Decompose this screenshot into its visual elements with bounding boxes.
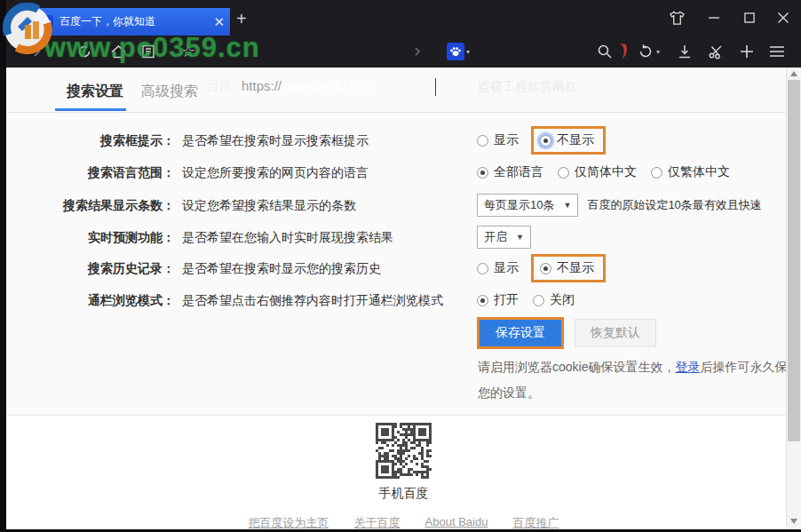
radio-label: 不显示	[557, 260, 594, 276]
results-hint-text: 百度的原始设定10条最有效且快速	[587, 197, 761, 213]
scissors-clip-icon[interactable]	[708, 44, 724, 60]
tab-title: 百度一下，你就知道	[59, 14, 207, 29]
radio-option-hide[interactable]: 不显示	[540, 132, 594, 148]
setting-label: 实时预测功能：	[6, 230, 175, 246]
radio-label: 仅繁体中文	[668, 164, 730, 180]
page-content: 搜索设置 高级搜索 搜索框提示： 是否希望在搜索时显示搜索框提示 显示 不显示 …	[6, 67, 801, 529]
vertical-scrollbar[interactable]	[786, 67, 801, 529]
radio-label: 全部语言	[494, 164, 543, 180]
radio-option-hide[interactable]: 不显示	[540, 260, 594, 276]
highlight-box: 保存设置	[477, 317, 564, 349]
close-button[interactable]	[772, 7, 795, 28]
address-bar[interactable]: https://www.baidu.com	[242, 78, 375, 93]
radio-icon	[558, 167, 569, 179]
minimize-button[interactable]	[702, 7, 726, 28]
results-per-page-control: 每页显示10条▼ 百度的原始设定10条最有效且快速	[477, 190, 762, 220]
radio-icon-selected	[477, 167, 488, 179]
pc0359-watermark-logo	[2, 3, 53, 54]
toolbar-divider	[435, 78, 436, 96]
radio-icon-selected	[540, 135, 551, 147]
radio-label: 关闭	[550, 292, 575, 308]
setting-label: 搜索历史记录：	[6, 261, 175, 277]
realtime-predict-control: 开启▼	[477, 222, 531, 252]
browser-window: 百度一下，你就知道 ✕ + ☆ 百度 https://	[0, 0, 801, 532]
radio-icon-selected	[540, 263, 551, 274]
results-per-page-select[interactable]: 每页显示10条▼	[477, 194, 578, 217]
resource-sniffer-ribbon-icon[interactable]	[617, 44, 628, 60]
cookie-note: 请启用浏览器cookie确保设置生效，登录后操作可永久保存您的设置。	[478, 354, 801, 406]
action-buttons: 保存设置 恢复默认	[477, 318, 656, 348]
radio-icon-selected	[477, 295, 488, 306]
search-box-hint-options: 显示 不显示	[477, 125, 606, 155]
mobile-baidu-qr-code	[376, 423, 432, 479]
banner-browse-options: 打开 关闭	[477, 285, 575, 315]
setting-description: 是否希望在搜索时显示搜索框提示	[182, 133, 369, 149]
highlight-box: 不显示	[531, 254, 606, 282]
setting-description: 设定您所要搜索的网页内容的语言	[182, 165, 369, 181]
add-plus-icon[interactable]	[740, 44, 754, 60]
setting-description: 设定您希望搜索结果显示的条数	[182, 198, 356, 214]
url-host: www.baidu.com	[282, 78, 375, 93]
radio-icon	[477, 263, 488, 274]
radio-icon	[477, 135, 488, 147]
tabs-divider	[6, 112, 801, 113]
setting-description: 是否希望在搜索时显示您的搜索历史	[182, 261, 381, 277]
tab-advanced-search[interactable]: 高级搜索	[141, 83, 198, 101]
search-history-options: 显示 不显示	[477, 253, 606, 283]
tab-search-settings[interactable]: 搜索设置	[67, 83, 123, 101]
setting-description: 是否希望在您输入时实时展现搜索结果	[182, 230, 393, 246]
scrollbar-thumb[interactable]	[788, 80, 800, 441]
select-value: 开启	[484, 229, 507, 245]
scroll-up-arrow-icon[interactable]	[790, 71, 797, 76]
dropdown-arrow-icon: ▼	[516, 233, 524, 242]
note-text: 请启用浏览器cookie确保设置生效，	[478, 360, 675, 374]
radio-option-all-languages[interactable]: 全部语言	[477, 164, 543, 180]
search-engine-paw-icon[interactable]: ▾	[447, 44, 470, 60]
new-tab-button[interactable]: +	[236, 9, 247, 29]
download-icon[interactable]	[677, 44, 693, 60]
setting-label: 搜索结果显示条数：	[6, 198, 175, 214]
radio-option-traditional[interactable]: 仅繁体中文	[651, 164, 730, 180]
radio-label: 显示	[494, 132, 519, 148]
radio-option-open[interactable]: 打开	[477, 292, 519, 308]
search-box-input[interactable]: 盗窃工程款赏网红	[478, 79, 577, 95]
radio-icon	[533, 295, 544, 306]
title-bar: 百度一下，你就知道 ✕ +	[0, 0, 801, 36]
site-name-label[interactable]: 百度	[206, 78, 233, 95]
setting-label: 搜索语言范围：	[6, 165, 175, 181]
login-link[interactable]: 登录	[675, 360, 700, 374]
tab-close-icon[interactable]: ✕	[213, 15, 225, 28]
radio-option-show[interactable]: 显示	[477, 260, 519, 276]
radio-label: 打开	[494, 292, 519, 308]
scroll-down-arrow-icon[interactable]	[790, 519, 797, 524]
qr-caption: 手机百度	[379, 486, 429, 502]
window-frame-left	[0, 0, 6, 532]
realtime-predict-select[interactable]: 开启▼	[477, 226, 531, 249]
url-scheme: https://	[242, 78, 282, 93]
menu-hamburger-icon[interactable]	[768, 44, 786, 60]
setting-label: 搜索框提示：	[6, 133, 175, 149]
page-footer: 手机百度 把百度设为主页 关于百度 About Baidu 百度推广	[6, 415, 801, 529]
radio-icon	[651, 167, 662, 179]
radio-option-close[interactable]: 关闭	[533, 292, 575, 308]
setting-description: 是否希望点击右侧推荐内容时打开通栏浏览模式	[182, 293, 443, 309]
expand-chevron-icon[interactable]	[412, 44, 423, 60]
highlight-box: 不显示	[531, 126, 606, 155]
setting-label: 通栏浏览模式：	[6, 293, 175, 309]
restore-defaults-button[interactable]: 恢复默认	[575, 319, 656, 347]
search-language-options: 全部语言 仅简体中文 仅繁体中文	[477, 157, 730, 187]
radio-label: 仅简体中文	[575, 164, 637, 180]
radio-option-show[interactable]: 显示	[477, 132, 519, 148]
maximize-button[interactable]	[738, 7, 761, 28]
search-icon[interactable]	[597, 44, 613, 60]
dropdown-arrow-icon: ▼	[563, 201, 571, 210]
active-tab-underline	[55, 108, 126, 111]
radio-label: 显示	[494, 260, 519, 276]
radio-label: 不显示	[557, 132, 594, 148]
skin-theme-icon[interactable]	[665, 7, 688, 28]
select-value: 每页显示10条	[484, 197, 554, 213]
undo-restore-icon[interactable]: ▾	[638, 44, 660, 60]
radio-option-simplified[interactable]: 仅简体中文	[558, 164, 637, 180]
pc0359-watermark-text: www.pc0359.cn	[44, 32, 260, 64]
save-settings-button[interactable]: 保存设置	[480, 320, 561, 346]
